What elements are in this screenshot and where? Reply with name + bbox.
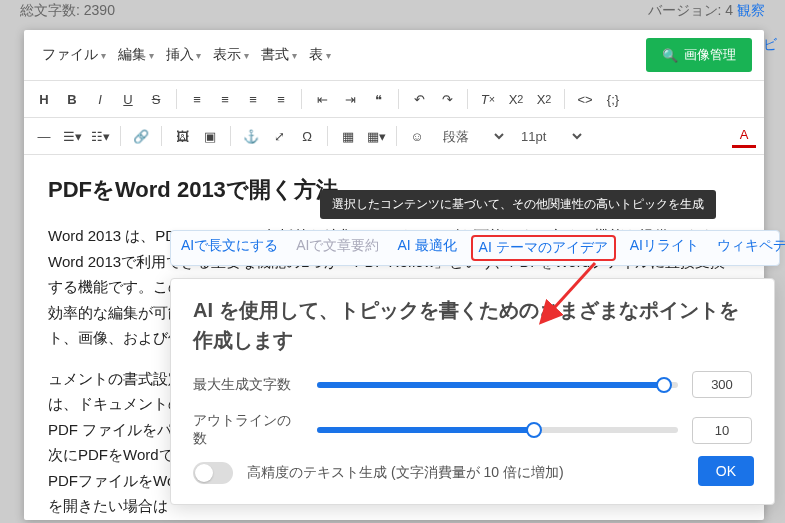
indent-more-icon[interactable]: ⇥ (338, 87, 362, 111)
align-left-icon[interactable]: ≡ (185, 87, 209, 111)
image-manager-button[interactable]: 🔍 画像管理 (646, 38, 752, 72)
outline-count-label: アウトラインの数 (193, 412, 303, 448)
menubar: ファイル 編集 挿入 表示 書式 表 🔍 画像管理 (24, 30, 764, 81)
menu-table[interactable]: 表 (303, 42, 337, 68)
strike-icon[interactable]: S (144, 87, 168, 111)
fontsize-select[interactable]: 11pt (511, 124, 585, 148)
precision-toggle[interactable] (193, 462, 233, 484)
search-icon: 🔍 (662, 48, 678, 63)
outline-count-slider[interactable] (317, 427, 678, 433)
ai-rewrite-link[interactable]: AIリライト (630, 237, 699, 259)
link-icon[interactable]: 🔗 (129, 124, 153, 148)
align-center-icon[interactable]: ≡ (213, 87, 237, 111)
menu-edit[interactable]: 編集 (112, 42, 160, 68)
toolbar-row-2: — ☰▾ ☷▾ 🔗 🖼 ▣ ⚓ ⤢ Ω ▦ ▦▾ ☺ 段落 11pt A (24, 118, 764, 155)
ai-longer-link[interactable]: AIで長文にする (181, 237, 278, 259)
align-justify-icon[interactable]: ≡ (269, 87, 293, 111)
ai-summary-link[interactable]: AIで文章要約 (296, 237, 379, 259)
source-icon[interactable]: {;} (601, 87, 625, 111)
underline-icon[interactable]: U (116, 87, 140, 111)
slider-thumb-icon[interactable] (656, 377, 672, 393)
clear-format-icon[interactable]: T× (476, 87, 500, 111)
ol-icon[interactable]: ☷▾ (88, 124, 112, 148)
precision-toggle-label: 高精度のテキスト生成 (文字消費量が 10 倍に増加) (247, 464, 564, 482)
ul-icon[interactable]: ☰▾ (60, 124, 84, 148)
max-chars-label: 最大生成文字数 (193, 376, 303, 394)
grid-icon[interactable]: ▦▾ (364, 124, 388, 148)
undo-icon[interactable]: ↶ (407, 87, 431, 111)
indent-less-icon[interactable]: ⇤ (310, 87, 334, 111)
header-icon[interactable]: H (32, 87, 56, 111)
paragraph-select[interactable]: 段落 (433, 124, 507, 148)
italic-icon[interactable]: I (88, 87, 112, 111)
ok-button[interactable]: OK (698, 456, 754, 486)
pagebreak-icon[interactable]: ⤢ (267, 124, 291, 148)
precision-toggle-row: 高精度のテキスト生成 (文字消費量が 10 倍に増加) (193, 462, 752, 484)
subscript-icon[interactable]: X2 (504, 87, 528, 111)
max-chars-slider[interactable] (317, 382, 678, 388)
menu-insert[interactable]: 挿入 (160, 42, 208, 68)
bold-icon[interactable]: B (60, 87, 84, 111)
ai-tooltip: 選択したコンテンツに基づいて、その他関連性の高いトピックを生成 (320, 190, 716, 219)
superscript-icon[interactable]: X2 (532, 87, 556, 111)
text-color-icon[interactable]: A (732, 124, 756, 148)
panel-title: AI を使用して、トピックを書くためのさまざまなポイントを作成します (193, 295, 752, 355)
code-icon[interactable]: <> (573, 87, 597, 111)
outline-count-value[interactable]: 10 (692, 417, 752, 444)
image-icon[interactable]: 🖼 (170, 124, 194, 148)
ai-wikipedia-link[interactable]: ウィキペディア (717, 237, 785, 259)
menu-format[interactable]: 書式 (255, 42, 303, 68)
emoji-icon[interactable]: ☺ (405, 124, 429, 148)
max-chars-value[interactable]: 300 (692, 371, 752, 398)
media-icon[interactable]: ▣ (198, 124, 222, 148)
align-right-icon[interactable]: ≡ (241, 87, 265, 111)
slider-thumb-icon[interactable] (526, 422, 542, 438)
menu-view[interactable]: 表示 (207, 42, 255, 68)
special-char-icon[interactable]: Ω (295, 124, 319, 148)
hr-icon[interactable]: — (32, 124, 56, 148)
quote-icon[interactable]: ❝ (366, 87, 390, 111)
ai-theme-panel: AI を使用して、トピックを書くためのさまざまなポイントを作成します 最大生成文… (170, 278, 775, 505)
toolbar-row-1: H B I U S ≡ ≡ ≡ ≡ ⇤ ⇥ ❝ ↶ ↷ T× X2 X2 <> … (24, 81, 764, 118)
outline-count-row: アウトラインの数 10 (193, 412, 752, 448)
redo-icon[interactable]: ↷ (435, 87, 459, 111)
ai-optimize-link[interactable]: AI 最適化 (397, 237, 456, 259)
table-icon[interactable]: ▦ (336, 124, 360, 148)
menu-file[interactable]: ファイル (36, 42, 112, 68)
ai-action-bar: AIで長文にする AIで文章要約 AI 最適化 AI テーマのアイデア AIリラ… (170, 230, 780, 266)
max-chars-row: 最大生成文字数 300 (193, 371, 752, 398)
anchor-icon[interactable]: ⚓ (239, 124, 263, 148)
ai-theme-idea-link[interactable]: AI テーマのアイデア (471, 235, 616, 261)
